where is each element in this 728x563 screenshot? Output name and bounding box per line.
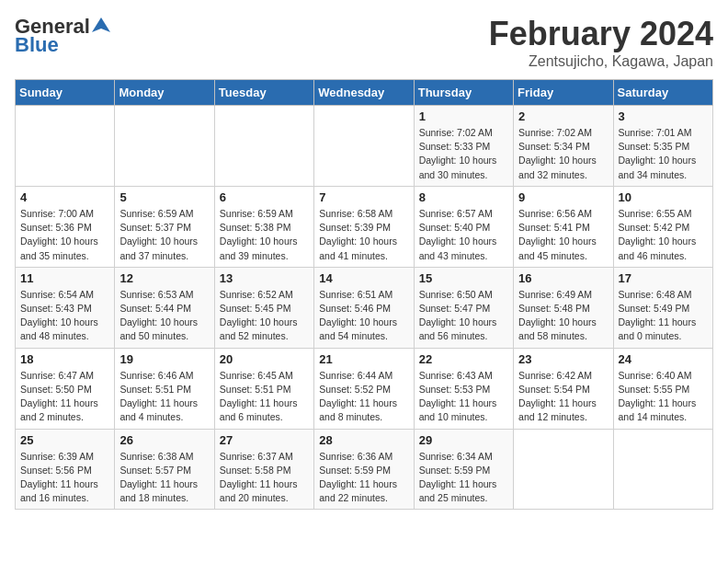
calendar-header: SundayMondayTuesdayWednesdayThursdayFrid… [16, 80, 713, 106]
calendar-cell: 25Sunrise: 6:39 AMSunset: 5:56 PMDayligh… [16, 429, 115, 510]
svg-marker-0 [92, 17, 110, 32]
logo: General Blue [15, 15, 110, 57]
day-info: Sunrise: 6:47 AMSunset: 5:50 PMDaylight:… [20, 369, 109, 425]
day-number: 18 [20, 352, 109, 366]
calendar-cell: 28Sunrise: 6:36 AMSunset: 5:59 PMDayligh… [314, 429, 414, 510]
day-info: Sunrise: 6:58 AMSunset: 5:39 PMDaylight:… [319, 207, 408, 263]
day-info: Sunrise: 6:34 AMSunset: 5:59 PMDaylight:… [419, 450, 508, 506]
logo-blue-text: Blue [15, 33, 59, 57]
day-number: 12 [119, 271, 209, 285]
calendar-table: SundayMondayTuesdayWednesdayThursdayFrid… [15, 79, 713, 510]
day-info: Sunrise: 6:37 AMSunset: 5:58 PMDaylight:… [220, 450, 309, 506]
day-info: Sunrise: 6:56 AMSunset: 5:41 PMDaylight:… [518, 207, 608, 263]
weekday-header-thursday: Thursday [414, 80, 513, 106]
day-number: 20 [220, 352, 309, 366]
day-number: 16 [518, 271, 608, 285]
day-info: Sunrise: 6:53 AMSunset: 5:44 PMDaylight:… [119, 288, 209, 344]
calendar-cell [115, 106, 214, 187]
day-number: 19 [119, 352, 209, 366]
day-number: 10 [619, 190, 708, 204]
day-number: 24 [619, 352, 708, 366]
day-number: 4 [20, 190, 109, 204]
day-number: 13 [220, 271, 309, 285]
day-number: 26 [119, 433, 209, 447]
day-number: 7 [319, 190, 408, 204]
header: General Blue February 2024 Zentsujicho, … [15, 15, 713, 70]
calendar-cell: 20Sunrise: 6:45 AMSunset: 5:51 PMDayligh… [214, 348, 313, 429]
weekday-header-monday: Monday [115, 80, 214, 106]
weekday-header-wednesday: Wednesday [314, 80, 414, 106]
day-info: Sunrise: 6:43 AMSunset: 5:53 PMDaylight:… [419, 369, 508, 425]
day-info: Sunrise: 6:59 AMSunset: 5:38 PMDaylight:… [220, 207, 309, 263]
day-info: Sunrise: 6:57 AMSunset: 5:40 PMDaylight:… [419, 207, 508, 263]
day-number: 2 [518, 109, 608, 123]
calendar-cell [16, 106, 115, 187]
day-info: Sunrise: 6:54 AMSunset: 5:43 PMDaylight:… [20, 288, 109, 344]
day-info: Sunrise: 6:48 AMSunset: 5:49 PMDaylight:… [619, 288, 708, 344]
day-number: 14 [319, 271, 408, 285]
calendar-cell: 10Sunrise: 6:55 AMSunset: 5:42 PMDayligh… [613, 186, 712, 267]
day-number: 9 [518, 190, 608, 204]
day-info: Sunrise: 6:46 AMSunset: 5:51 PMDaylight:… [119, 369, 209, 425]
calendar-cell: 5Sunrise: 6:59 AMSunset: 5:37 PMDaylight… [115, 186, 214, 267]
calendar-cell: 8Sunrise: 6:57 AMSunset: 5:40 PMDaylight… [414, 186, 513, 267]
day-info: Sunrise: 7:02 AMSunset: 5:33 PMDaylight:… [419, 126, 508, 182]
day-info: Sunrise: 6:55 AMSunset: 5:42 PMDaylight:… [619, 207, 708, 263]
day-info: Sunrise: 6:42 AMSunset: 5:54 PMDaylight:… [518, 369, 608, 425]
calendar-cell: 18Sunrise: 6:47 AMSunset: 5:50 PMDayligh… [16, 348, 115, 429]
day-number: 28 [319, 433, 408, 447]
calendar-cell: 12Sunrise: 6:53 AMSunset: 5:44 PMDayligh… [115, 267, 214, 348]
logo-bird-icon [92, 16, 110, 34]
day-number: 23 [518, 352, 608, 366]
calendar-cell: 9Sunrise: 6:56 AMSunset: 5:41 PMDaylight… [514, 186, 613, 267]
day-info: Sunrise: 6:36 AMSunset: 5:59 PMDaylight:… [319, 450, 408, 506]
calendar-week-row: 11Sunrise: 6:54 AMSunset: 5:43 PMDayligh… [16, 267, 713, 348]
day-number: 8 [419, 190, 508, 204]
calendar-cell [314, 106, 414, 187]
month-year-title: February 2024 [489, 15, 713, 53]
location-subtitle: Zentsujicho, Kagawa, Japan [489, 53, 713, 70]
calendar-cell: 22Sunrise: 6:43 AMSunset: 5:53 PMDayligh… [414, 348, 513, 429]
day-info: Sunrise: 6:59 AMSunset: 5:37 PMDaylight:… [119, 207, 209, 263]
calendar-cell: 11Sunrise: 6:54 AMSunset: 5:43 PMDayligh… [16, 267, 115, 348]
calendar-cell: 17Sunrise: 6:48 AMSunset: 5:49 PMDayligh… [613, 267, 712, 348]
day-number: 17 [619, 271, 708, 285]
calendar-week-row: 18Sunrise: 6:47 AMSunset: 5:50 PMDayligh… [16, 348, 713, 429]
day-number: 1 [419, 109, 508, 123]
day-info: Sunrise: 6:39 AMSunset: 5:56 PMDaylight:… [20, 450, 109, 506]
weekday-header-row: SundayMondayTuesdayWednesdayThursdayFrid… [16, 80, 713, 106]
calendar-cell: 27Sunrise: 6:37 AMSunset: 5:58 PMDayligh… [214, 429, 313, 510]
day-info: Sunrise: 7:00 AMSunset: 5:36 PMDaylight:… [20, 207, 109, 263]
calendar-week-row: 25Sunrise: 6:39 AMSunset: 5:56 PMDayligh… [16, 429, 713, 510]
day-info: Sunrise: 6:52 AMSunset: 5:45 PMDaylight:… [220, 288, 309, 344]
day-number: 5 [119, 190, 209, 204]
calendar-cell: 29Sunrise: 6:34 AMSunset: 5:59 PMDayligh… [414, 429, 513, 510]
calendar-cell [613, 429, 712, 510]
day-number: 6 [220, 190, 309, 204]
calendar-body: 1Sunrise: 7:02 AMSunset: 5:33 PMDaylight… [16, 106, 713, 510]
calendar-cell: 15Sunrise: 6:50 AMSunset: 5:47 PMDayligh… [414, 267, 513, 348]
weekday-header-sunday: Sunday [16, 80, 115, 106]
day-info: Sunrise: 6:51 AMSunset: 5:46 PMDaylight:… [319, 288, 408, 344]
calendar-cell [514, 429, 613, 510]
day-number: 25 [20, 433, 109, 447]
day-info: Sunrise: 7:01 AMSunset: 5:35 PMDaylight:… [619, 126, 708, 182]
weekday-header-saturday: Saturday [613, 80, 712, 106]
calendar-cell: 21Sunrise: 6:44 AMSunset: 5:52 PMDayligh… [314, 348, 414, 429]
title-area: February 2024 Zentsujicho, Kagawa, Japan [489, 15, 713, 70]
calendar-cell: 26Sunrise: 6:38 AMSunset: 5:57 PMDayligh… [115, 429, 214, 510]
calendar-week-row: 1Sunrise: 7:02 AMSunset: 5:33 PMDaylight… [16, 106, 713, 187]
calendar-cell: 3Sunrise: 7:01 AMSunset: 5:35 PMDaylight… [613, 106, 712, 187]
calendar-cell: 13Sunrise: 6:52 AMSunset: 5:45 PMDayligh… [214, 267, 313, 348]
day-info: Sunrise: 6:38 AMSunset: 5:57 PMDaylight:… [119, 450, 209, 506]
calendar-cell: 6Sunrise: 6:59 AMSunset: 5:38 PMDaylight… [214, 186, 313, 267]
calendar-cell: 7Sunrise: 6:58 AMSunset: 5:39 PMDaylight… [314, 186, 414, 267]
day-number: 29 [419, 433, 508, 447]
calendar-cell [214, 106, 313, 187]
day-info: Sunrise: 7:02 AMSunset: 5:34 PMDaylight:… [518, 126, 608, 182]
weekday-header-tuesday: Tuesday [214, 80, 313, 106]
day-info: Sunrise: 6:44 AMSunset: 5:52 PMDaylight:… [319, 369, 408, 425]
calendar-cell: 2Sunrise: 7:02 AMSunset: 5:34 PMDaylight… [514, 106, 613, 187]
day-number: 22 [419, 352, 508, 366]
calendar-week-row: 4Sunrise: 7:00 AMSunset: 5:36 PMDaylight… [16, 186, 713, 267]
